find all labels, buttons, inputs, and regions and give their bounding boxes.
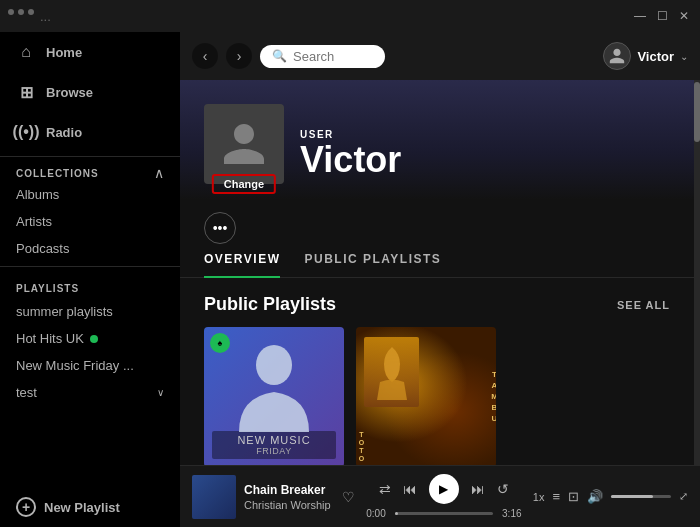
- sidebar-item-podcasts[interactable]: Podcasts: [0, 235, 180, 262]
- restore-button[interactable]: ☐: [654, 8, 670, 24]
- player-controls: ⇄ ⏮ ▶ ⏭ ↺: [379, 474, 509, 504]
- fullscreen-button[interactable]: ⤢: [679, 490, 688, 503]
- user-avatar: [603, 42, 631, 70]
- plus-circle-icon: +: [16, 497, 36, 517]
- dots-label: ...: [40, 9, 51, 24]
- tanbu-artwork: TAMBU TOTO: [356, 327, 496, 465]
- collections-label: COLLECTIONS: [16, 168, 99, 179]
- sidebar-item-albums[interactable]: Albums: [0, 181, 180, 208]
- tabs-row: OVERVIEW PUBLIC PLAYLISTS: [180, 244, 694, 278]
- hothits-label: Hot Hits UK: [16, 331, 84, 346]
- user-menu[interactable]: Victor ⌄: [603, 42, 688, 70]
- playlist-card-newmusic[interactable]: New Music FRIDAY ♠: [204, 327, 344, 465]
- window-controls: — ☐ ✕: [632, 8, 692, 24]
- test-label: test: [16, 385, 37, 400]
- divider2: [0, 266, 180, 267]
- back-arrow-icon: ‹: [203, 48, 208, 64]
- close-button[interactable]: ✕: [676, 8, 692, 24]
- player-thumbnail: [192, 475, 236, 519]
- newmusic-label: New Music Friday ...: [16, 358, 134, 373]
- tab-public-playlists[interactable]: PUBLIC PLAYLISTS: [304, 252, 441, 278]
- scrollbar-thumb[interactable]: [694, 82, 700, 142]
- tab-public-playlists-label: PUBLIC PLAYLISTS: [304, 252, 441, 266]
- progress-row: 0:00 3:16: [363, 508, 525, 519]
- sidebar-browse-label: Browse: [46, 85, 93, 100]
- profile-section: Change USER Victor: [180, 80, 694, 200]
- new-playlist-button[interactable]: + New Playlist: [0, 487, 180, 527]
- divider1: [0, 156, 180, 157]
- forward-button[interactable]: ›: [226, 43, 252, 69]
- sidebar-home-label: Home: [46, 45, 82, 60]
- player-right: 1x ≡ ⊡ 🔊 ⤢: [533, 489, 688, 504]
- profile-name: Victor: [300, 140, 401, 180]
- more-options-button[interactable]: •••: [204, 212, 236, 244]
- content-scroll: Change USER Victor ••• OVERVIEW: [180, 80, 700, 465]
- player-track-info: Chain Breaker Christian Worship: [244, 483, 334, 511]
- more-options-row: •••: [180, 200, 694, 244]
- sidebar-playlist-test[interactable]: test ∨: [0, 379, 180, 406]
- chevron-down-icon: ⌄: [680, 51, 688, 62]
- main-content: ‹ › 🔍 Victor ⌄: [180, 32, 700, 527]
- volume-button[interactable]: 🔊: [587, 489, 603, 504]
- sidebar-radio-label: Radio: [46, 125, 82, 140]
- progress-bar[interactable]: [395, 512, 493, 515]
- card-image-newmusic: New Music FRIDAY ♠: [204, 327, 344, 465]
- search-bar[interactable]: 🔍: [260, 45, 385, 68]
- sidebar-item-home[interactable]: ⌂ Home: [0, 32, 180, 72]
- profile-info: USER Victor: [300, 129, 401, 184]
- player-thumb-artwork: [192, 475, 236, 519]
- search-input[interactable]: [293, 49, 373, 64]
- summer-playlists-label: summer playlists: [16, 304, 113, 319]
- title-bar: ... — ☐ ✕: [0, 0, 700, 32]
- playlist-card-tanbu[interactable]: TAMBU TOTO: [356, 327, 496, 465]
- forward-arrow-icon: ›: [237, 48, 242, 64]
- sidebar-item-browse[interactable]: ⊞ Browse: [0, 72, 180, 112]
- track-name: Chain Breaker: [244, 483, 334, 497]
- play-button[interactable]: ▶: [429, 474, 459, 504]
- speed-label: 1x: [533, 491, 545, 503]
- minimize-button[interactable]: —: [632, 8, 648, 24]
- shuffle-button[interactable]: ⇄: [379, 481, 391, 497]
- section-title: Public Playlists: [204, 294, 336, 315]
- spotify-icon: ♠: [210, 333, 230, 353]
- prev-button[interactable]: ⏮: [403, 481, 417, 497]
- volume-fill: [611, 495, 653, 498]
- tab-overview-label: OVERVIEW: [204, 252, 280, 266]
- radio-icon: ((•)): [16, 122, 36, 142]
- next-button[interactable]: ⏭: [471, 481, 485, 497]
- user-name-label: Victor: [637, 49, 674, 64]
- sidebar: ⌂ Home ⊞ Browse ((•)) Radio COLLECTIONS …: [0, 32, 180, 527]
- sidebar-item-artists[interactable]: Artists: [0, 208, 180, 235]
- playlist-cards: New Music FRIDAY ♠: [180, 327, 694, 465]
- track-artist: Christian Worship: [244, 499, 334, 511]
- see-all-button[interactable]: SEE ALL: [617, 299, 670, 311]
- like-button[interactable]: ♡: [342, 489, 355, 505]
- scrollbar-track: [694, 80, 700, 465]
- total-time: 3:16: [499, 508, 525, 519]
- sidebar-playlist-newmusic[interactable]: New Music Friday ...: [0, 352, 180, 379]
- queue-button[interactable]: ≡: [552, 489, 560, 504]
- change-photo-button[interactable]: Change: [212, 174, 276, 194]
- collections-collapse-icon[interactable]: ∧: [154, 165, 164, 181]
- app-body: ⌂ Home ⊞ Browse ((•)) Radio COLLECTIONS …: [0, 32, 700, 527]
- player-center: ⇄ ⏮ ▶ ⏭ ↺ 0:00 3:16: [363, 474, 525, 519]
- playlists-label: PLAYLISTS: [0, 271, 180, 298]
- volume-bar[interactable]: [611, 495, 671, 498]
- sidebar-playlist-hothits[interactable]: Hot Hits UK: [0, 325, 180, 352]
- live-dot: [90, 335, 98, 343]
- tab-overview[interactable]: OVERVIEW: [204, 252, 280, 278]
- dot2: [18, 9, 24, 15]
- repeat-button[interactable]: ↺: [497, 481, 509, 497]
- devices-button[interactable]: ⊡: [568, 489, 579, 504]
- podcasts-label: Podcasts: [16, 241, 69, 256]
- sidebar-item-radio[interactable]: ((•)) Radio: [0, 112, 180, 152]
- new-playlist-label: New Playlist: [44, 500, 120, 515]
- tanbu-overlay: TAMBU TOTO: [356, 327, 496, 465]
- back-button[interactable]: ‹: [192, 43, 218, 69]
- progress-fill: [395, 512, 398, 515]
- avatar: [204, 104, 284, 184]
- albums-label: Albums: [16, 187, 59, 202]
- sidebar-playlist-summer[interactable]: summer playlists: [0, 298, 180, 325]
- current-time: 0:00: [363, 508, 389, 519]
- traffic-lights: ...: [8, 9, 51, 24]
